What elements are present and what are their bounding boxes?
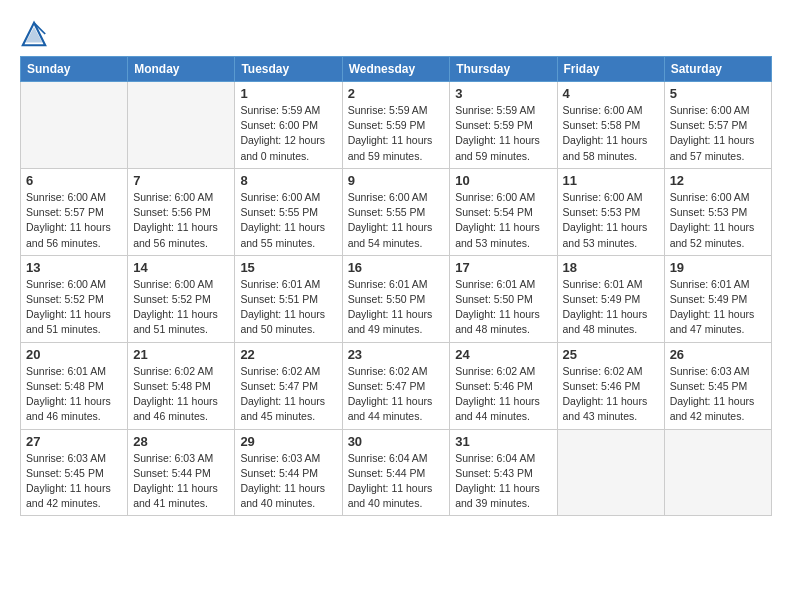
calendar-header-row: SundayMondayTuesdayWednesdayThursdayFrid… — [21, 57, 772, 82]
calendar-week-row: 1Sunrise: 5:59 AM Sunset: 6:00 PM Daylig… — [21, 82, 772, 169]
day-number: 1 — [240, 86, 336, 101]
day-info: Sunrise: 6:00 AM Sunset: 5:52 PM Dayligh… — [133, 277, 229, 338]
day-info: Sunrise: 6:01 AM Sunset: 5:48 PM Dayligh… — [26, 364, 122, 425]
calendar-cell: 3Sunrise: 5:59 AM Sunset: 5:59 PM Daylig… — [450, 82, 557, 169]
day-info: Sunrise: 6:02 AM Sunset: 5:47 PM Dayligh… — [240, 364, 336, 425]
calendar-week-row: 27Sunrise: 6:03 AM Sunset: 5:45 PM Dayli… — [21, 429, 772, 516]
day-number: 13 — [26, 260, 122, 275]
day-number: 17 — [455, 260, 551, 275]
day-number: 25 — [563, 347, 659, 362]
calendar-cell: 1Sunrise: 5:59 AM Sunset: 6:00 PM Daylig… — [235, 82, 342, 169]
calendar-cell: 9Sunrise: 6:00 AM Sunset: 5:55 PM Daylig… — [342, 168, 450, 255]
day-info: Sunrise: 6:00 AM Sunset: 5:58 PM Dayligh… — [563, 103, 659, 164]
column-header-thursday: Thursday — [450, 57, 557, 82]
day-number: 27 — [26, 434, 122, 449]
day-number: 19 — [670, 260, 766, 275]
calendar-cell: 30Sunrise: 6:04 AM Sunset: 5:44 PM Dayli… — [342, 429, 450, 516]
day-number: 16 — [348, 260, 445, 275]
day-number: 23 — [348, 347, 445, 362]
day-info: Sunrise: 6:02 AM Sunset: 5:47 PM Dayligh… — [348, 364, 445, 425]
calendar-cell — [21, 82, 128, 169]
day-info: Sunrise: 6:01 AM Sunset: 5:50 PM Dayligh… — [455, 277, 551, 338]
day-info: Sunrise: 6:00 AM Sunset: 5:53 PM Dayligh… — [563, 190, 659, 251]
calendar-cell: 20Sunrise: 6:01 AM Sunset: 5:48 PM Dayli… — [21, 342, 128, 429]
logo — [20, 20, 52, 48]
calendar-cell: 10Sunrise: 6:00 AM Sunset: 5:54 PM Dayli… — [450, 168, 557, 255]
calendar-cell: 21Sunrise: 6:02 AM Sunset: 5:48 PM Dayli… — [128, 342, 235, 429]
calendar-cell: 7Sunrise: 6:00 AM Sunset: 5:56 PM Daylig… — [128, 168, 235, 255]
logo-icon — [20, 20, 48, 48]
day-info: Sunrise: 6:00 AM Sunset: 5:55 PM Dayligh… — [348, 190, 445, 251]
column-header-friday: Friday — [557, 57, 664, 82]
day-number: 21 — [133, 347, 229, 362]
day-info: Sunrise: 6:04 AM Sunset: 5:43 PM Dayligh… — [455, 451, 551, 512]
day-number: 4 — [563, 86, 659, 101]
day-number: 22 — [240, 347, 336, 362]
calendar-cell: 12Sunrise: 6:00 AM Sunset: 5:53 PM Dayli… — [664, 168, 771, 255]
calendar-cell: 8Sunrise: 6:00 AM Sunset: 5:55 PM Daylig… — [235, 168, 342, 255]
day-number: 10 — [455, 173, 551, 188]
calendar-week-row: 13Sunrise: 6:00 AM Sunset: 5:52 PM Dayli… — [21, 255, 772, 342]
day-info: Sunrise: 6:00 AM Sunset: 5:57 PM Dayligh… — [26, 190, 122, 251]
day-info: Sunrise: 6:00 AM Sunset: 5:57 PM Dayligh… — [670, 103, 766, 164]
calendar-cell — [128, 82, 235, 169]
column-header-saturday: Saturday — [664, 57, 771, 82]
day-info: Sunrise: 6:03 AM Sunset: 5:44 PM Dayligh… — [240, 451, 336, 512]
calendar-cell: 22Sunrise: 6:02 AM Sunset: 5:47 PM Dayli… — [235, 342, 342, 429]
calendar-cell: 11Sunrise: 6:00 AM Sunset: 5:53 PM Dayli… — [557, 168, 664, 255]
day-number: 31 — [455, 434, 551, 449]
day-info: Sunrise: 6:00 AM Sunset: 5:52 PM Dayligh… — [26, 277, 122, 338]
page-header — [20, 20, 772, 48]
calendar-cell: 18Sunrise: 6:01 AM Sunset: 5:49 PM Dayli… — [557, 255, 664, 342]
calendar-cell: 5Sunrise: 6:00 AM Sunset: 5:57 PM Daylig… — [664, 82, 771, 169]
day-info: Sunrise: 6:00 AM Sunset: 5:54 PM Dayligh… — [455, 190, 551, 251]
column-header-tuesday: Tuesday — [235, 57, 342, 82]
calendar-cell: 13Sunrise: 6:00 AM Sunset: 5:52 PM Dayli… — [21, 255, 128, 342]
day-info: Sunrise: 6:00 AM Sunset: 5:53 PM Dayligh… — [670, 190, 766, 251]
day-info: Sunrise: 6:01 AM Sunset: 5:50 PM Dayligh… — [348, 277, 445, 338]
day-number: 30 — [348, 434, 445, 449]
calendar-cell: 29Sunrise: 6:03 AM Sunset: 5:44 PM Dayli… — [235, 429, 342, 516]
day-number: 18 — [563, 260, 659, 275]
calendar-table: SundayMondayTuesdayWednesdayThursdayFrid… — [20, 56, 772, 516]
calendar-cell: 25Sunrise: 6:02 AM Sunset: 5:46 PM Dayli… — [557, 342, 664, 429]
day-info: Sunrise: 6:00 AM Sunset: 5:55 PM Dayligh… — [240, 190, 336, 251]
day-info: Sunrise: 5:59 AM Sunset: 6:00 PM Dayligh… — [240, 103, 336, 164]
column-header-wednesday: Wednesday — [342, 57, 450, 82]
day-number: 6 — [26, 173, 122, 188]
calendar-cell: 14Sunrise: 6:00 AM Sunset: 5:52 PM Dayli… — [128, 255, 235, 342]
day-info: Sunrise: 6:00 AM Sunset: 5:56 PM Dayligh… — [133, 190, 229, 251]
day-info: Sunrise: 6:03 AM Sunset: 5:45 PM Dayligh… — [670, 364, 766, 425]
column-header-sunday: Sunday — [21, 57, 128, 82]
calendar-cell: 2Sunrise: 5:59 AM Sunset: 5:59 PM Daylig… — [342, 82, 450, 169]
day-number: 29 — [240, 434, 336, 449]
day-number: 5 — [670, 86, 766, 101]
calendar-week-row: 6Sunrise: 6:00 AM Sunset: 5:57 PM Daylig… — [21, 168, 772, 255]
calendar-cell: 26Sunrise: 6:03 AM Sunset: 5:45 PM Dayli… — [664, 342, 771, 429]
day-number: 15 — [240, 260, 336, 275]
day-number: 24 — [455, 347, 551, 362]
calendar-week-row: 20Sunrise: 6:01 AM Sunset: 5:48 PM Dayli… — [21, 342, 772, 429]
day-number: 11 — [563, 173, 659, 188]
calendar-cell — [664, 429, 771, 516]
calendar-cell: 19Sunrise: 6:01 AM Sunset: 5:49 PM Dayli… — [664, 255, 771, 342]
day-info: Sunrise: 6:03 AM Sunset: 5:45 PM Dayligh… — [26, 451, 122, 512]
column-header-monday: Monday — [128, 57, 235, 82]
calendar-cell: 28Sunrise: 6:03 AM Sunset: 5:44 PM Dayli… — [128, 429, 235, 516]
day-info: Sunrise: 6:03 AM Sunset: 5:44 PM Dayligh… — [133, 451, 229, 512]
day-info: Sunrise: 6:04 AM Sunset: 5:44 PM Dayligh… — [348, 451, 445, 512]
calendar-cell: 27Sunrise: 6:03 AM Sunset: 5:45 PM Dayli… — [21, 429, 128, 516]
day-number: 8 — [240, 173, 336, 188]
day-info: Sunrise: 5:59 AM Sunset: 5:59 PM Dayligh… — [348, 103, 445, 164]
day-number: 14 — [133, 260, 229, 275]
calendar-cell — [557, 429, 664, 516]
day-info: Sunrise: 6:02 AM Sunset: 5:48 PM Dayligh… — [133, 364, 229, 425]
calendar-cell: 24Sunrise: 6:02 AM Sunset: 5:46 PM Dayli… — [450, 342, 557, 429]
day-number: 2 — [348, 86, 445, 101]
day-info: Sunrise: 6:01 AM Sunset: 5:49 PM Dayligh… — [563, 277, 659, 338]
day-info: Sunrise: 6:02 AM Sunset: 5:46 PM Dayligh… — [563, 364, 659, 425]
calendar-cell: 17Sunrise: 6:01 AM Sunset: 5:50 PM Dayli… — [450, 255, 557, 342]
day-number: 7 — [133, 173, 229, 188]
day-info: Sunrise: 6:01 AM Sunset: 5:49 PM Dayligh… — [670, 277, 766, 338]
day-number: 9 — [348, 173, 445, 188]
